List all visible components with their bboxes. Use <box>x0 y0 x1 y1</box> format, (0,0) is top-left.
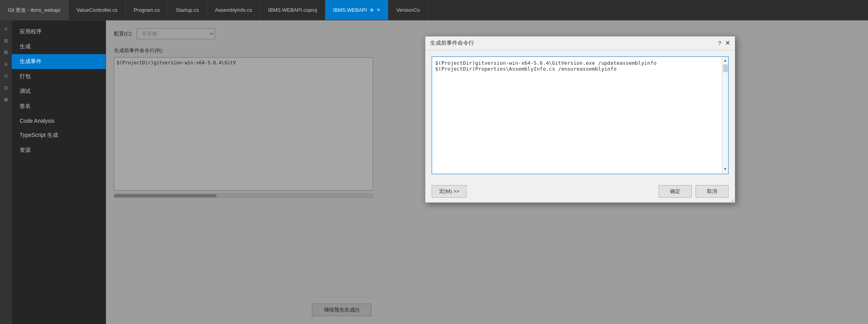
tab-value[interactable]: ValueController.cs <box>69 0 126 20</box>
tab-startup[interactable]: Startup.cs <box>168 0 207 20</box>
tab-versionco[interactable]: VersionCo <box>388 0 428 20</box>
tab-value-label: ValueController.cs <box>77 7 118 13</box>
modal-textarea-wrapper: ▲ ▼ <box>432 56 729 174</box>
content-area: 配置(C): 不可用 生成前事件命令行(R): 继续预先生成(I) <box>106 20 868 324</box>
modal-titlebar: 生成前事件命令行 ? ✕ <box>425 36 735 50</box>
nav-item-resources[interactable]: 资源 <box>12 143 106 158</box>
scrollbar-up-icon[interactable]: ▲ <box>723 57 727 64</box>
nav-item-debug[interactable]: 调试 <box>12 84 106 99</box>
tab-program[interactable]: Program.cs <box>126 0 168 20</box>
modal-scrollbar[interactable]: ▲ ▼ <box>722 57 728 174</box>
sidebar-icon-4[interactable]: ⎘ <box>1 60 11 69</box>
nav-item-sign[interactable]: 签名 <box>12 99 106 114</box>
tab-versionco-label: VersionCo <box>396 7 420 13</box>
modal-overlay: 生成前事件命令行 ? ✕ ▲ ▼ <box>106 20 868 324</box>
sidebar-icon-6[interactable]: ⊡ <box>1 83 11 93</box>
tab-git[interactable]: Git 更改 - ibms_webapi <box>0 0 69 20</box>
modal-controls: ? ✕ <box>718 40 730 46</box>
modal-action-buttons: 确定 取消 <box>659 185 729 198</box>
scrollbar-down-icon[interactable]: ▼ <box>723 166 727 172</box>
left-nav: 应用程序 生成 生成事件 打包 调试 签名 Code Analysis Type… <box>12 20 106 324</box>
sidebar-icons: ≡ ⊞ ⌘ ⎘ ⊙ ⊡ ⊠ <box>0 20 12 324</box>
tab-bar: Git 更改 - ibms_webapi ValueController.cs … <box>0 0 868 20</box>
main-area: ≡ ⊞ ⌘ ⎘ ⊙ ⊡ ⊠ 应用程序 生成 生成事件 打包 调试 签名 Code… <box>0 20 868 324</box>
nav-item-buildevent[interactable]: 生成事件 <box>12 54 106 69</box>
tab-webapi-label: IBMS.WEBAPI <box>333 7 367 13</box>
nav-item-pack[interactable]: 打包 <box>12 69 106 84</box>
modal-help-button[interactable]: ? <box>718 40 721 46</box>
nav-item-codeanalysis[interactable]: Code Analysis <box>12 114 106 128</box>
tab-assemblyinfo[interactable]: AssemblyInfo.cs <box>207 0 260 20</box>
modal-close-button[interactable]: ✕ <box>725 40 730 46</box>
sidebar-icon-1[interactable]: ≡ <box>1 24 11 34</box>
modal-dialog: 生成前事件命令行 ? ✕ ▲ ▼ <box>425 36 735 203</box>
nav-item-app[interactable]: 应用程序 <box>12 24 106 39</box>
macro-button[interactable]: 宏(M) >> <box>432 185 467 198</box>
sidebar-icon-2[interactable]: ⊞ <box>1 36 11 46</box>
modal-footer: 宏(M) >> 确定 取消 <box>425 180 735 202</box>
sidebar-icon-7[interactable]: ⊠ <box>1 95 11 104</box>
tab-webapi-close[interactable]: ⊕ <box>370 7 374 13</box>
cancel-button[interactable]: 取消 <box>696 185 729 198</box>
nav-item-build[interactable]: 生成 <box>12 39 106 54</box>
tab-git-label: Git 更改 - ibms_webapi <box>8 7 60 14</box>
scrollbar-thumb <box>723 64 728 72</box>
ok-button[interactable]: 确定 <box>659 185 692 198</box>
modal-body: ▲ ▼ <box>425 50 735 180</box>
sidebar-icon-5[interactable]: ⊙ <box>1 71 11 81</box>
tab-webapi[interactable]: IBMS.WEBAPI ⊕ ✕ <box>325 0 388 20</box>
tab-csproj-label: IBMS.WEBAPI.csproj <box>268 7 317 13</box>
tab-startup-label: Startup.cs <box>176 7 199 13</box>
tab-assemblyinfo-label: AssemblyInfo.cs <box>215 7 252 13</box>
tab-program-label: Program.cs <box>134 7 159 13</box>
tab-csproj[interactable]: IBMS.WEBAPI.csproj <box>260 0 325 20</box>
modal-textarea[interactable] <box>432 57 722 174</box>
resize-handle-icon[interactable]: ⊿ <box>730 198 735 202</box>
tab-webapi-pin[interactable]: ✕ <box>377 7 380 13</box>
modal-title: 生成前事件命令行 <box>430 40 474 47</box>
sidebar-icon-3[interactable]: ⌘ <box>1 48 11 57</box>
nav-item-typescript[interactable]: TypeScript 生成 <box>12 128 106 143</box>
